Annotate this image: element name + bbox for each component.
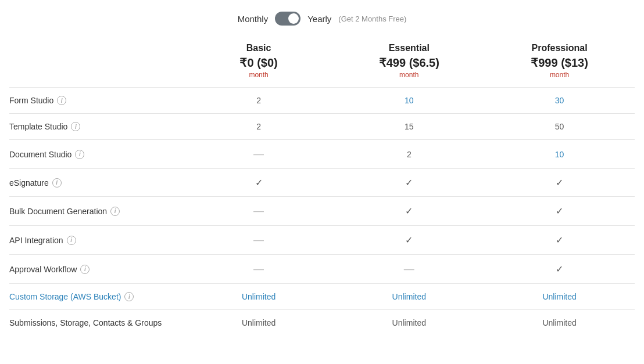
professional-period: month <box>484 71 635 88</box>
feature-value-col-1: Unlimited <box>334 310 484 336</box>
feature-value-col-1: — <box>334 255 484 284</box>
page-wrapper: Monthly Yearly (Get 2 Months Free) Basic… <box>0 0 644 347</box>
price-row: ₹0 ($0) ₹499 ($6.5) ₹999 ($13) <box>9 56 635 71</box>
dash-icon: — <box>253 205 264 217</box>
feature-row: Submissions, Storage, Contacts & GroupsU… <box>9 310 635 336</box>
feature-value-col-0: 2 <box>184 88 334 114</box>
basic-price: ₹0 ($0) <box>184 56 334 71</box>
info-icon[interactable]: i <box>80 265 90 274</box>
checkmark-icon: ✓ <box>556 206 563 216</box>
feature-value-col-2: ✓ <box>484 169 635 197</box>
value-default: 50 <box>555 122 564 131</box>
value-default: Unlimited <box>242 318 276 327</box>
feature-row: Document Studioi—210 <box>9 140 635 169</box>
feature-row: Form Studioi21030 <box>9 88 635 114</box>
feature-value-col-2: ✓ <box>484 226 635 255</box>
value-blue: 10 <box>555 150 564 159</box>
period-row: month month month <box>9 71 635 88</box>
feature-value-col-0: Unlimited <box>184 284 334 310</box>
value-blue: 10 <box>405 96 414 105</box>
pricing-table: Basic Essential Professional ₹0 ($0) ₹49… <box>9 43 635 336</box>
feature-col-header <box>9 43 184 56</box>
value-default: 15 <box>405 122 414 131</box>
feature-row: Bulk Document Generationi—✓✓ <box>9 197 635 226</box>
plan-essential-header: Essential <box>334 43 484 56</box>
feature-row: Approval Workflowi——✓ <box>9 255 635 284</box>
info-icon[interactable]: i <box>75 150 84 159</box>
feature-name: Document Studioi <box>9 150 179 159</box>
checkmark-icon: ✓ <box>405 178 413 188</box>
info-icon[interactable]: i <box>124 292 134 301</box>
value-default: 2 <box>407 150 412 159</box>
value-default: 2 <box>256 96 261 105</box>
value-default: Unlimited <box>392 318 426 327</box>
promo-label: (Get 2 Months Free) <box>338 15 406 23</box>
dash-icon: — <box>404 263 414 275</box>
plan-basic-header: Basic <box>184 43 334 56</box>
billing-period-toggle[interactable] <box>275 12 300 26</box>
info-icon[interactable]: i <box>57 96 66 105</box>
value-blue: Unlimited <box>242 292 276 301</box>
feature-value-col-1: Unlimited <box>334 284 484 310</box>
feature-name: Form Studioi <box>9 96 179 105</box>
feature-row: Template Studioi21550 <box>9 114 635 140</box>
feature-value-col-2: Unlimited <box>484 284 635 310</box>
feature-row: eSignaturei✓✓✓ <box>9 169 635 197</box>
feature-value-col-2: 30 <box>484 88 635 114</box>
feature-value-col-2: 10 <box>484 140 635 169</box>
dash-icon: — <box>253 263 264 275</box>
feature-name: Bulk Document Generationi <box>9 207 179 216</box>
feature-value-col-0: 2 <box>184 114 334 140</box>
feature-value-col-1: ✓ <box>334 197 484 226</box>
info-icon[interactable]: i <box>67 236 76 245</box>
feature-value-col-1: 2 <box>334 140 484 169</box>
feature-name: Custom Storage (AWS Bucket)i <box>9 292 179 301</box>
feature-name: Approval Workflowi <box>9 265 179 274</box>
essential-price: ₹499 ($6.5) <box>334 56 484 71</box>
feature-value-col-1: ✓ <box>334 169 484 197</box>
feature-value-col-1: ✓ <box>334 226 484 255</box>
feature-name: eSignaturei <box>9 178 179 188</box>
feature-value-col-0: Unlimited <box>184 310 334 336</box>
dash-icon: — <box>253 148 264 160</box>
feature-value-col-2: Unlimited <box>484 310 635 336</box>
feature-value-col-0: — <box>184 197 334 226</box>
basic-period: month <box>184 71 334 88</box>
feature-row: Custom Storage (AWS Bucket)iUnlimitedUnl… <box>9 284 635 310</box>
value-default: Unlimited <box>542 318 576 327</box>
info-icon[interactable]: i <box>110 207 120 216</box>
value-blue: Unlimited <box>542 292 576 301</box>
checkmark-icon: ✓ <box>255 178 263 188</box>
plan-header-row: Basic Essential Professional <box>9 43 635 56</box>
feature-name: API Integrationi <box>9 236 179 245</box>
yearly-label: Yearly <box>307 14 331 24</box>
monthly-label: Monthly <box>238 14 269 24</box>
feature-value-col-2: ✓ <box>484 255 635 284</box>
feature-value-col-0: — <box>184 140 334 169</box>
checkmark-icon: ✓ <box>556 264 563 274</box>
feature-name: Submissions, Storage, Contacts & Groups <box>9 318 179 327</box>
plan-professional-header: Professional <box>484 43 635 56</box>
value-default: 2 <box>256 122 261 131</box>
feature-row: API Integrationi—✓✓ <box>9 226 635 255</box>
feature-value-col-0: — <box>184 226 334 255</box>
checkmark-icon: ✓ <box>556 235 563 245</box>
feature-value-col-1: 10 <box>334 88 484 114</box>
essential-period: month <box>334 71 484 88</box>
feature-value-col-1: 15 <box>334 114 484 140</box>
info-icon[interactable]: i <box>71 122 80 131</box>
feature-value-col-0: ✓ <box>184 169 334 197</box>
feature-value-col-2: 50 <box>484 114 635 140</box>
professional-price: ₹999 ($13) <box>484 56 635 71</box>
value-blue: Unlimited <box>392 292 426 301</box>
value-blue: 30 <box>555 96 564 105</box>
dash-icon: — <box>253 234 264 246</box>
billing-toggle: Monthly Yearly (Get 2 Months Free) <box>9 12 635 26</box>
checkmark-icon: ✓ <box>405 206 413 216</box>
feature-name: Template Studioi <box>9 122 179 131</box>
checkmark-icon: ✓ <box>556 178 563 188</box>
feature-value-col-2: ✓ <box>484 197 635 226</box>
checkmark-icon: ✓ <box>405 235 413 245</box>
feature-value-col-0: — <box>184 255 334 284</box>
info-icon[interactable]: i <box>52 178 62 188</box>
